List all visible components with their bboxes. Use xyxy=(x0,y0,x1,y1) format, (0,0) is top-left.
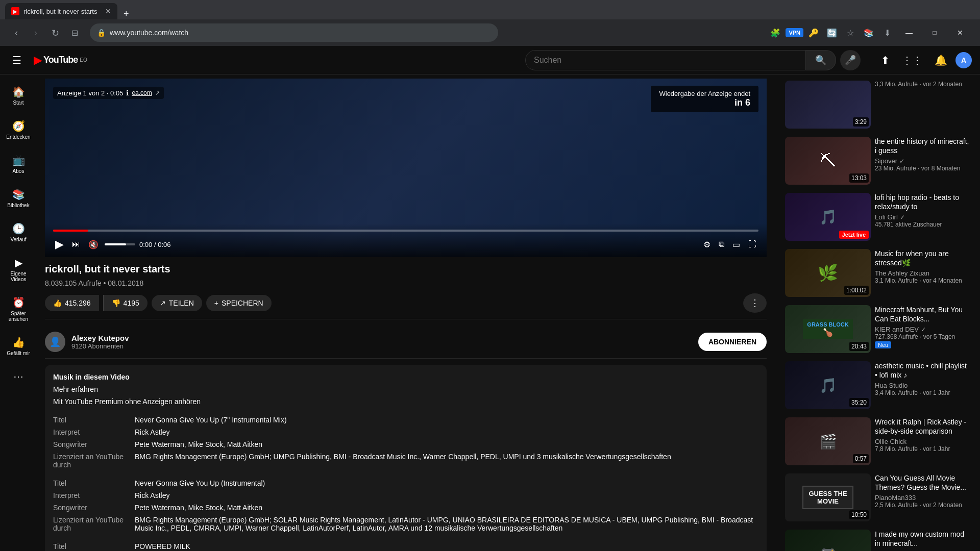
rec-item-1[interactable]: ⛏ 13:03 the entire history of minecraft,… xyxy=(783,135,972,187)
settings-button[interactable]: ⚙ xyxy=(701,238,713,252)
video-title: rickroll, but it never starts xyxy=(45,263,767,275)
channel-avatar[interactable]: 👤 xyxy=(45,332,65,352)
share-button[interactable]: ↗ TEILEN xyxy=(152,295,202,311)
microphone-button[interactable]: 🎤 xyxy=(840,50,861,70)
ad-notice: Anzeige 1 von 2 · 0:05 ℹ ea.com ↗ xyxy=(53,87,164,99)
rec-duration-4: 20:43 xyxy=(849,342,869,351)
video-player: Anzeige 1 von 2 · 0:05 ℹ ea.com ↗ Wieder… xyxy=(45,79,767,257)
search-button[interactable]: 🔍 xyxy=(806,50,836,70)
active-tab[interactable]: ▶ rickroll, but it never starts ✕ xyxy=(5,3,117,19)
sidebar-item-liked[interactable]: 👍 Gefällt mir xyxy=(0,329,37,363)
music-value-writer-1: Pete Waterman, Mike Stock, Matt Aitken xyxy=(135,438,758,450)
thumbs-up-icon: 👍 xyxy=(53,299,62,307)
minimize-button[interactable]: — xyxy=(897,24,921,41)
music-table-2: Titel Never Gonna Give You Up (Instrumen… xyxy=(53,477,758,534)
rec-meta-1: 23 Mio. Aufrufe · vor 8 Monaten xyxy=(875,165,970,172)
theater-button[interactable]: ▭ xyxy=(730,238,742,252)
music-label-artist-1: Interpret xyxy=(53,426,135,438)
ad-skip-notice: Wiedergabe der Anzeige endet in 6 xyxy=(651,86,758,112)
apps-grid-button[interactable]: ⋮⋮ xyxy=(898,50,926,70)
sidebar-item-home[interactable]: 🏠 Start xyxy=(0,79,37,113)
user-avatar[interactable]: A xyxy=(955,52,972,68)
subscribe-button[interactable]: ABONNIEREN xyxy=(698,333,767,351)
rec-item-8[interactable]: 🎮 11:48 I made my own custom mod in mine… xyxy=(783,528,972,551)
like-button[interactable]: 👍 415.296 xyxy=(45,295,99,311)
sidebar-item-library[interactable]: 📚 Bibliothek xyxy=(0,181,37,215)
reload-button[interactable]: ↻ xyxy=(47,24,63,41)
verified-icon-2: ✓ xyxy=(900,214,905,221)
rec-channel-4: KIER and DEV ✓ xyxy=(875,325,970,333)
save-button[interactable]: + SPEICHERN xyxy=(206,295,272,311)
rec-item-7[interactable]: GUESS THEMOVIE 10:50 Can You Guess All M… xyxy=(783,471,972,523)
rec-item-2[interactable]: 🎵 Jetzt live lofi hip hop radio - beats … xyxy=(783,191,972,243)
rec-thumbnail-1: ⛏ 13:03 xyxy=(785,137,871,185)
rec-meta-only-0: 3,3 Mio. Aufrufe · vor 2 Monaten xyxy=(875,81,970,88)
info-icon[interactable]: ℹ xyxy=(126,89,129,97)
sidebar-item-explore[interactable]: 🧭 Entdecken xyxy=(0,113,37,147)
dislike-button[interactable]: 👎 4195 xyxy=(103,295,148,311)
music-more-link[interactable]: Mehr erfahren xyxy=(53,385,758,393)
refresh-ext-button[interactable]: 🔄 xyxy=(824,24,840,41)
close-window-button[interactable]: ✕ xyxy=(948,24,972,41)
youtube-logo-text: YouTube xyxy=(43,55,78,65)
notifications-button[interactable]: 🔔 xyxy=(930,50,951,70)
extensions-button[interactable]: 🧩 xyxy=(767,24,783,41)
address-bar[interactable]: 🔒 www.youtube.com/watch xyxy=(90,23,498,42)
thumbs-down-icon: 👎 xyxy=(112,299,120,307)
fullscreen-button[interactable]: ⛶ xyxy=(746,238,758,251)
search-input[interactable] xyxy=(525,50,806,70)
volume-slider[interactable] xyxy=(105,243,135,245)
mute-button[interactable]: 🔇 xyxy=(86,238,101,252)
youtube-header: ☰ ▶ YouTube EO 🔍 🎤 ⬆ ⋮⋮ 🔔 A xyxy=(0,46,980,74)
channel-name[interactable]: Alexey Kutepov xyxy=(71,334,692,342)
video-controls: ▶ ⏭ 🔇 0:00 / 0:06 ⚙ ⧉ ▭ ⛶ xyxy=(45,223,767,257)
skip-line1: Wiedergabe der Anzeige endet xyxy=(659,90,750,97)
sidebar-item-videos[interactable]: ▶ Eigene Videos xyxy=(0,249,37,289)
back-button[interactable]: ‹ xyxy=(8,24,24,41)
music-label-license-1: Lizenziert an YouTube durch xyxy=(53,450,135,471)
rec-item-3[interactable]: 🌿 1:00:02 Music for when you are stresse… xyxy=(783,247,972,299)
vpn-button[interactable]: VPN xyxy=(786,28,803,37)
sidebar-item-watch-later[interactable]: ⏰ Später ansehen xyxy=(0,289,37,329)
rec-thumbnail-2: 🎵 Jetzt live xyxy=(785,193,871,241)
bookmark-button[interactable]: ☆ xyxy=(842,24,859,41)
ad-source[interactable]: ea.com xyxy=(132,89,152,96)
rec-item-4[interactable]: GRASS BLOCK🍗 20:43 Minecraft Manhunt, Bu… xyxy=(783,303,972,355)
maximize-button[interactable]: □ xyxy=(923,24,946,41)
rec-item-6[interactable]: 🎬 0:57 Wreck it Ralph | Rick Astley - si… xyxy=(783,415,972,467)
rec-info-2: lofi hip hop radio - beats to relax/stud… xyxy=(875,193,970,241)
upload-button[interactable]: ⬆ xyxy=(877,50,894,70)
hamburger-menu-button[interactable]: ☰ xyxy=(8,50,26,70)
verified-icon-4: ✓ xyxy=(921,326,926,333)
sidebar-item-history[interactable]: 🕒 Verlauf xyxy=(0,215,37,249)
youtube-logo[interactable]: ▶ YouTube EO xyxy=(34,54,87,67)
sidebar-item-more[interactable]: ⋯ xyxy=(0,363,37,390)
lock-icon: 🔒 xyxy=(97,29,106,37)
youtube-page: ☰ ▶ YouTube EO 🔍 🎤 ⬆ ⋮⋮ 🔔 A 🏠 Start xyxy=(0,46,980,551)
music-table-3: Titel POWERED MILK Interpret POWERED MIL… xyxy=(53,540,758,551)
yt-premium-notice[interactable]: Mit YouTube Premium ohne Anzeigen anhöre… xyxy=(53,397,758,406)
progress-bar[interactable] xyxy=(53,230,758,232)
bookmark-manager-button[interactable]: 📚 xyxy=(861,24,877,41)
more-actions-button[interactable]: ⋮ xyxy=(743,293,767,313)
sidebar-item-subscriptions[interactable]: 📺 Abos xyxy=(0,147,37,181)
rec-channel-7: PianoMan333 xyxy=(875,494,970,502)
close-tab-icon[interactable]: ✕ xyxy=(105,7,111,15)
home-button[interactable]: ⊟ xyxy=(66,24,83,41)
miniplayer-button[interactable]: ⧉ xyxy=(717,238,726,251)
rec-item-0[interactable]: 3:29 3,3 Mio. Aufrufe · vor 2 Monaten xyxy=(783,79,972,131)
next-button[interactable]: ⏭ xyxy=(70,238,82,251)
subscriptions-icon: 📺 xyxy=(12,154,25,166)
music-label-titel-2: Titel xyxy=(53,477,135,489)
forward-button[interactable]: › xyxy=(28,24,44,41)
rec-item-5[interactable]: 🎵 35:20 aesthetic music • chill playlist… xyxy=(783,359,972,411)
download-button[interactable]: ⬇ xyxy=(879,24,895,41)
new-tab-button[interactable]: + xyxy=(118,9,134,19)
videos-label: Eigene Videos xyxy=(2,271,35,282)
upload-date: 08.01.2018 xyxy=(108,279,143,287)
rec-live-badge-2: Jetzt live xyxy=(839,231,869,239)
password-button[interactable]: 🔑 xyxy=(805,24,822,41)
home-label: Start xyxy=(13,100,23,106)
play-button[interactable]: ▶ xyxy=(53,236,66,253)
content-area: 🏠 Start 🧭 Entdecken 📺 Abos 📚 Bibliothek … xyxy=(0,74,980,551)
